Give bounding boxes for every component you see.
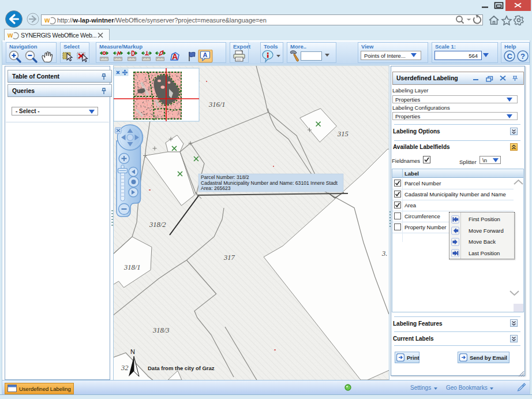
svg-text:A: A bbox=[203, 51, 208, 58]
svg-text:3.: 3. bbox=[381, 249, 387, 258]
svg-text:Cadastral Municipality Number: Cadastral Municipality Number and Name: … bbox=[201, 180, 338, 186]
svg-text:Parcel Number: 318/2: Parcel Number: 318/2 bbox=[201, 174, 249, 180]
svg-text:32: 32 bbox=[121, 364, 129, 372]
svg-text:316/1: 316/1 bbox=[208, 100, 225, 109]
svg-text:N: N bbox=[130, 348, 135, 355]
svg-text:Area: 265623: Area: 265623 bbox=[201, 185, 231, 191]
svg-text:Data from the city of Graz: Data from the city of Graz bbox=[148, 365, 215, 371]
svg-text:C: C bbox=[507, 52, 513, 61]
svg-text:318/1: 318/1 bbox=[123, 263, 140, 271]
svg-text:318/2: 318/2 bbox=[149, 221, 166, 229]
svg-text:317: 317 bbox=[223, 253, 235, 262]
svg-text:w: w bbox=[44, 16, 50, 24]
svg-text:318/3: 318/3 bbox=[152, 326, 169, 334]
svg-text:w: w bbox=[8, 31, 13, 39]
svg-text:315: 315 bbox=[337, 130, 349, 138]
svg-text:A: A bbox=[172, 52, 178, 61]
svg-text:?: ? bbox=[520, 52, 525, 61]
